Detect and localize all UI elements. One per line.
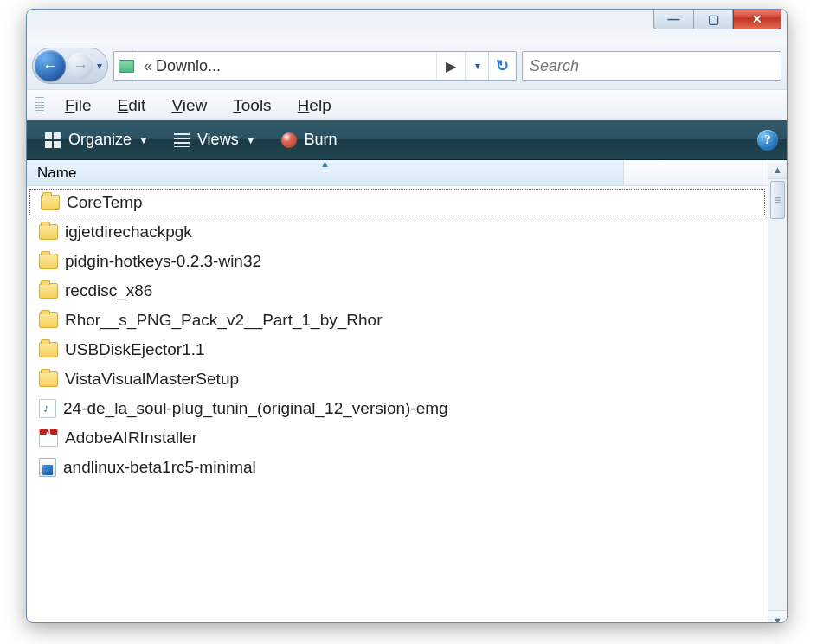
explorer-window: — ▢ ✕ ← → ▾ « Downlo... ▶ ▾ ↻: [26, 9, 788, 623]
breadcrumb-segment[interactable]: Downlo...: [156, 57, 221, 75]
sort-ascending-icon: ▲: [320, 158, 330, 169]
close-button[interactable]: ✕: [733, 9, 781, 29]
burn-label: Burn: [305, 131, 338, 149]
file-row[interactable]: CoreTemp: [29, 188, 766, 217]
forward-button[interactable]: →: [68, 53, 93, 79]
menu-tools[interactable]: Tools: [221, 93, 283, 119]
file-row[interactable]: recdisc_x86: [27, 276, 768, 306]
folder-icon: [39, 342, 58, 357]
file-name-label: Rhor__s_PNG_Pack_v2__Part_1_by_Rhor: [65, 311, 383, 330]
file-row[interactable]: pidgin-hotkeys-0.2.3-win32: [27, 247, 768, 276]
organize-button[interactable]: Organize ▼: [35, 126, 158, 154]
audio-icon: [39, 399, 56, 418]
folder-icon: [119, 60, 134, 73]
scroll-up-button[interactable]: ▲: [768, 160, 787, 179]
breadcrumb-segment-dropdown[interactable]: ▶: [436, 52, 466, 80]
folder-icon: [41, 195, 60, 210]
adobe-icon: [39, 429, 58, 447]
file-row[interactable]: Rhor__s_PNG_Pack_v2__Part_1_by_Rhor: [27, 306, 768, 335]
file-row[interactable]: 24-de_la_soul-plug_tunin_(original_12_ve…: [27, 394, 768, 423]
menu-edit[interactable]: Edit: [106, 93, 158, 119]
titlebar: — ▢ ✕: [27, 10, 787, 44]
nav-buttons-group: ← → ▾: [32, 48, 108, 84]
organize-icon: [45, 132, 61, 148]
file-name-label: 24-de_la_soul-plug_tunin_(original_12_ve…: [63, 399, 448, 418]
installer-icon: [39, 458, 56, 477]
breadcrumb-path[interactable]: « Downlo...: [138, 57, 436, 75]
scroll-down-button[interactable]: ▼: [768, 610, 787, 623]
minimize-button[interactable]: —: [653, 9, 693, 29]
file-name-label: CoreTemp: [67, 193, 143, 212]
file-name-label: recdisc_x86: [65, 281, 152, 300]
file-row[interactable]: AdobeAIRInstaller: [27, 423, 768, 453]
breadcrumb-overflow-chevrons[interactable]: «: [144, 57, 152, 75]
file-name-label: igjetdirechackpgk: [65, 222, 192, 242]
folder-icon: [39, 312, 58, 328]
column-header-blank[interactable]: [624, 160, 768, 185]
help-button[interactable]: ?: [757, 130, 778, 151]
views-button[interactable]: Views ▼: [164, 126, 265, 154]
file-row[interactable]: USBDiskEjector1.1: [27, 335, 768, 364]
maximize-button[interactable]: ▢: [693, 9, 733, 29]
menu-view[interactable]: View: [159, 93, 219, 119]
menu-help[interactable]: Help: [286, 93, 344, 119]
file-row[interactable]: andlinux-beta1rc5-minimal: [27, 453, 768, 482]
file-name-label: AdobeAIRInstaller: [65, 428, 197, 448]
column-headers: ▲ Name: [27, 160, 768, 186]
menu-grip[interactable]: [35, 97, 44, 114]
file-row[interactable]: VistaVisualMasterSetup: [27, 364, 768, 394]
scrollbar-track[interactable]: [768, 179, 787, 610]
file-name-label: USBDiskEjector1.1: [65, 340, 205, 359]
folder-icon: [39, 371, 58, 387]
folder-icon: [39, 283, 58, 299]
recent-pages-dropdown[interactable]: ▾: [95, 60, 104, 72]
burn-icon: [281, 132, 297, 148]
views-label: Views: [197, 131, 239, 149]
menu-bar: File Edit View Tools Help: [27, 89, 787, 120]
organize-label: Organize: [68, 131, 132, 149]
back-button[interactable]: ←: [35, 50, 66, 81]
chevron-down-icon: ▼: [246, 134, 256, 146]
file-name-label: andlinux-beta1rc5-minimal: [63, 458, 256, 477]
column-header-name[interactable]: ▲ Name: [27, 160, 624, 185]
navigation-bar: ← → ▾ « Downlo... ▶ ▾ ↻: [27, 44, 787, 89]
content-area: ▲ Name CoreTempigjetdirechackpgkpidgin-h…: [27, 160, 787, 623]
folder-icon: [39, 254, 58, 269]
burn-button[interactable]: Burn: [272, 126, 346, 154]
scrollbar-thumb[interactable]: [770, 181, 785, 219]
address-history-dropdown[interactable]: ▾: [466, 52, 488, 80]
folder-icon: [39, 224, 58, 240]
search-box[interactable]: [522, 51, 781, 80]
file-list: CoreTempigjetdirechackpgkpidgin-hotkeys-…: [27, 186, 768, 482]
chevron-down-icon: ▼: [138, 134, 149, 146]
file-name-label: VistaVisualMasterSetup: [65, 370, 239, 389]
address-breadcrumb[interactable]: « Downlo... ▶ ▾ ↻: [113, 51, 517, 80]
refresh-button[interactable]: ↻: [488, 52, 516, 80]
search-input[interactable]: [530, 57, 774, 75]
menu-file[interactable]: File: [53, 93, 104, 119]
location-icon: [114, 52, 138, 80]
file-row[interactable]: igjetdirechackpgk: [27, 217, 768, 247]
views-icon: [174, 133, 190, 147]
window-caption-buttons: — ▢ ✕: [653, 9, 781, 44]
command-bar: Organize ▼ Views ▼ Burn ?: [27, 120, 787, 160]
file-list-pane: ▲ Name CoreTempigjetdirechackpgkpidgin-h…: [27, 160, 768, 623]
vertical-scrollbar[interactable]: ▲ ▼: [768, 160, 787, 623]
column-name-label: Name: [37, 164, 76, 182]
file-name-label: pidgin-hotkeys-0.2.3-win32: [65, 252, 261, 271]
